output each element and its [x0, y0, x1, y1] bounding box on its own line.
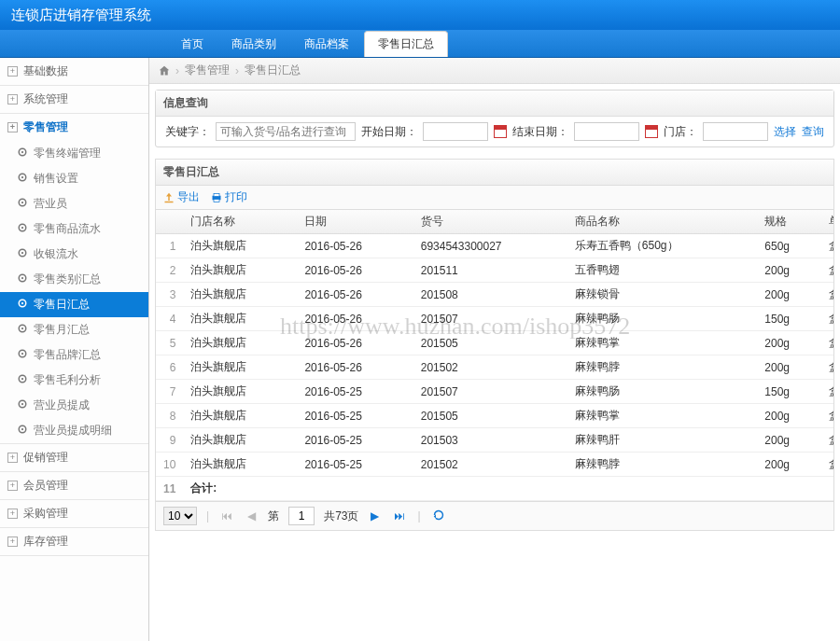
table-row[interactable]: 6泊头旗舰店2016-05-26201502麻辣鸭脖200g盒1 — [156, 355, 834, 380]
sidebar-item-label: 零售商品流水 — [34, 221, 101, 237]
svg-point-9 — [21, 252, 23, 254]
total-pages: 共73页 — [324, 509, 358, 524]
prev-page-button[interactable]: ◀ — [245, 509, 259, 523]
crumb-2[interactable]: 零售日汇总 — [245, 63, 301, 78]
table-cell: 泊头旗舰店 — [183, 331, 297, 355]
table-cell: 五香鸭翅 — [567, 258, 758, 283]
sidebar-group-2[interactable]: +零售管理 — [0, 114, 148, 141]
col-header-4[interactable]: 规格 — [757, 210, 821, 234]
table-row[interactable]: 9泊头旗舰店2016-05-25201503麻辣鸭肝200g盒1 — [156, 428, 834, 453]
refresh-button[interactable] — [430, 509, 447, 523]
table-cell: 泊头旗舰店 — [183, 428, 297, 453]
table-cell: 2016-05-26 — [297, 258, 413, 283]
sidebar-item-2-7[interactable]: 零售月汇总 — [0, 317, 148, 342]
sidebar-group-3[interactable]: +促销管理 — [0, 444, 148, 471]
col-header-3[interactable]: 商品名称 — [567, 210, 758, 234]
sidebar-item-label: 营业员提成 — [34, 397, 90, 413]
shop-input[interactable] — [703, 122, 768, 141]
sidebar-item-2-8[interactable]: 零售品牌汇总 — [0, 342, 148, 368]
svg-point-17 — [21, 353, 23, 355]
col-header-0[interactable]: 门店名称 — [183, 210, 297, 234]
sidebar-group-1[interactable]: +系统管理 — [0, 86, 148, 113]
tab-0[interactable]: 首页 — [168, 32, 217, 57]
table-cell: 2016-05-26 — [297, 307, 413, 331]
search-link[interactable]: 查询 — [802, 124, 824, 140]
table-cell: 201508 — [413, 283, 567, 307]
table-cell: 麻辣鸭脖 — [567, 355, 758, 380]
table-row[interactable]: 3泊头旗舰店2016-05-26201508麻辣锁骨200g盒1 — [156, 283, 834, 307]
expand-icon: + — [7, 94, 18, 105]
gear-icon — [17, 373, 28, 387]
next-page-button[interactable]: ▶ — [368, 509, 382, 523]
select-link[interactable]: 选择 — [774, 124, 796, 140]
table-cell: 泊头旗舰店 — [183, 404, 297, 428]
keyword-input[interactable] — [216, 122, 356, 141]
sidebar-item-label: 销售设置 — [34, 171, 78, 187]
sidebar-item-2-0[interactable]: 零售终端管理 — [0, 141, 148, 166]
last-page-button[interactable]: ⏭ — [391, 509, 408, 523]
tab-1[interactable]: 商品类别 — [218, 32, 289, 57]
sidebar-item-label: 营业员提成明细 — [34, 423, 112, 439]
print-button[interactable]: 打印 — [211, 189, 247, 205]
first-page-button[interactable]: ⏮ — [218, 509, 235, 523]
export-button[interactable]: 导出 — [163, 189, 200, 205]
sidebar-item-2-11[interactable]: 营业员提成明细 — [0, 418, 148, 443]
col-header-2[interactable]: 货号 — [413, 210, 567, 234]
sidebar-group-4[interactable]: +会员管理 — [0, 472, 148, 499]
home-icon[interactable] — [159, 65, 170, 77]
table-cell: 200g — [757, 283, 821, 307]
calendar-icon[interactable] — [494, 125, 507, 138]
sidebar-item-label: 零售终端管理 — [34, 146, 101, 161]
sidebar-item-2-1[interactable]: 销售设置 — [0, 166, 148, 191]
expand-icon: + — [7, 481, 18, 491]
table-row[interactable]: 4泊头旗舰店2016-05-26201507麻辣鸭肠150g盒3 — [156, 307, 834, 331]
page-input[interactable] — [288, 507, 315, 525]
table-cell: 2016-05-25 — [297, 380, 413, 404]
table-row[interactable]: 8泊头旗舰店2016-05-25201505麻辣鸭掌200g盒1 — [156, 404, 834, 428]
sidebar-item-label: 零售月汇总 — [34, 322, 90, 338]
table-cell: 盒 — [821, 331, 834, 355]
table-row[interactable]: 10泊头旗舰店2016-05-25201502麻辣鸭脖200g盒1 — [156, 453, 834, 477]
sidebar-item-2-9[interactable]: 零售毛利分析 — [0, 368, 148, 393]
table-cell: 6934543300027 — [413, 234, 567, 258]
page-size-select[interactable]: 10 — [163, 507, 197, 525]
table-row[interactable]: 1泊头旗舰店2016-05-266934543300027乐寿五香鸭（650g）… — [156, 234, 834, 258]
end-date-input[interactable] — [574, 122, 639, 141]
sidebar-item-2-3[interactable]: 零售商品流水 — [0, 216, 148, 242]
sidebar-item-2-4[interactable]: 收银流水 — [0, 242, 148, 267]
keyword-label: 关键字： — [165, 124, 210, 140]
sidebar-item-2-10[interactable]: 营业员提成 — [0, 393, 148, 418]
sidebar-group-label: 系统管理 — [23, 91, 68, 107]
table-cell: 泊头旗舰店 — [183, 453, 297, 477]
col-header-1[interactable]: 日期 — [297, 210, 413, 234]
tab-3[interactable]: 零售日汇总 — [364, 31, 448, 57]
sidebar-item-label: 零售类别汇总 — [34, 272, 101, 287]
tab-2[interactable]: 商品档案 — [291, 32, 362, 57]
sidebar-item-2-2[interactable]: 营业员 — [0, 191, 148, 216]
table-cell: 150g — [757, 307, 821, 331]
pager: 10 | ⏮ ◀ 第 共73页 ▶ ⏭ | — [155, 502, 834, 531]
table-cell: 麻辣鸭掌 — [567, 331, 758, 355]
sidebar-item-label: 营业员 — [34, 196, 67, 212]
col-header-5[interactable]: 单位 — [821, 210, 834, 234]
sidebar-group-0[interactable]: +基础数据 — [0, 58, 148, 85]
table-cell: 泊头旗舰店 — [183, 258, 297, 283]
table-row[interactable]: 2泊头旗舰店2016-05-26201511五香鸭翅200g盒1 — [156, 258, 834, 283]
start-date-input[interactable] — [423, 122, 488, 141]
sidebar-group-6[interactable]: +库存管理 — [0, 528, 148, 555]
calendar-icon[interactable] — [645, 125, 658, 138]
table-cell: 泊头旗舰店 — [183, 283, 297, 307]
table-cell: 麻辣鸭肝 — [567, 428, 758, 453]
table-cell: 泊头旗舰店 — [183, 234, 297, 258]
sidebar-group-5[interactable]: +采购管理 — [0, 500, 148, 527]
crumb-1[interactable]: 零售管理 — [185, 63, 230, 78]
table-cell: 盒 — [821, 258, 834, 283]
table-cell: 200g — [757, 258, 821, 283]
table-row[interactable]: 5泊头旗舰店2016-05-26201505麻辣鸭掌200g盒1 — [156, 331, 834, 355]
sidebar-item-2-5[interactable]: 零售类别汇总 — [0, 267, 148, 292]
table-cell: 201507 — [413, 380, 567, 404]
svg-point-21 — [21, 403, 23, 405]
table-row[interactable]: 7泊头旗舰店2016-05-25201507麻辣鸭肠150g盒1 — [156, 380, 834, 404]
sidebar-item-2-6[interactable]: 零售日汇总 — [0, 292, 148, 317]
table-cell: 盒 — [821, 307, 834, 331]
